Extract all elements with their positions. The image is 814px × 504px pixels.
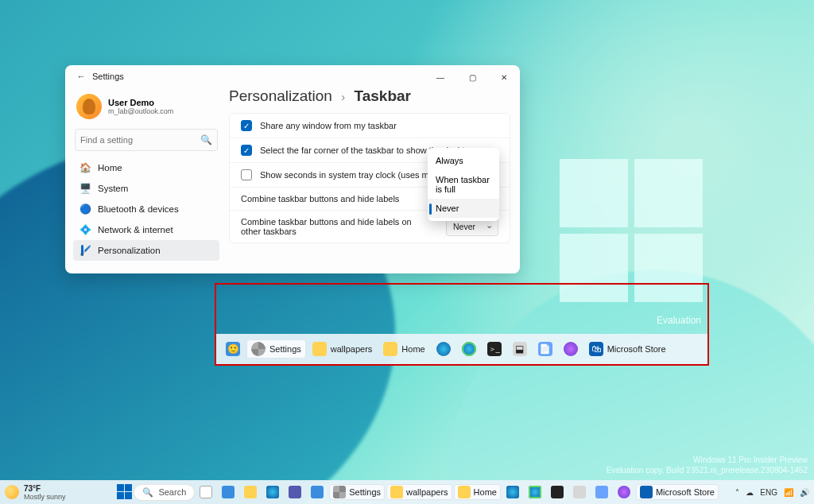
back-button[interactable]: ← [73,72,89,81]
gear-icon [251,342,266,356]
chevron-up-icon[interactable]: ˄ [735,488,739,497]
account-row[interactable]: User Demo m_lab@outlook.com [73,91,219,127]
bluetooth-icon: 🔵 [79,204,91,215]
checkbox-corner[interactable]: ✓ [241,145,252,156]
tb-devhome[interactable] [569,484,590,500]
edge-icon [506,486,519,498]
preview-edge[interactable] [432,339,455,359]
weather-icon [5,485,19,499]
minimize-button[interactable]: ― [424,65,456,89]
nav-system[interactable]: 🖥️System [73,178,219,199]
tb-home[interactable]: Home [454,484,501,500]
nav-personalization[interactable]: 🖌️Personalization [73,240,219,261]
tb-edge-canary[interactable] [525,484,545,500]
search-input[interactable] [80,135,200,145]
clipchamp-icon [564,342,578,356]
nav-network[interactable]: 💠Network & internet [73,219,219,240]
copilot-icon [222,486,235,498]
devhome-icon [573,486,586,498]
system-icon: 🖥️ [79,183,91,194]
tb-explorer[interactable] [240,484,261,500]
brush-icon: 🖌️ [79,245,91,256]
taskbar: 73°F Mostly sunny 🔍Search Settings wallp… [0,480,814,504]
volume-icon[interactable]: 🔊 [800,488,809,497]
preview-wallpapers[interactable]: wallpapers [308,339,378,359]
system-tray[interactable]: ˄ ☁ ENG 📶 🔊 [735,488,809,497]
preview-settings[interactable]: Settings [246,339,306,359]
preview-store[interactable]: 🛍Microsoft Store [584,339,671,359]
folder-icon [458,486,471,498]
terminal-icon: ＞_ [487,342,502,356]
folder-icon [383,342,397,356]
user-name: User Demo [108,98,173,107]
combine-dropdown-menu: Always When taskbar is full Never [428,148,499,221]
row-share-window[interactable]: ✓ Share any window from my taskbar [230,114,510,138]
task-view-button[interactable] [196,484,216,500]
tb-terminal[interactable] [547,484,568,500]
checkbox-seconds[interactable] [241,169,252,180]
taskview-icon [200,486,212,498]
maximize-button[interactable]: ▢ [456,65,488,89]
edge-canary-icon [529,486,541,498]
nav-bluetooth[interactable]: 🔵Bluetooth & devices [73,199,219,219]
network-icon: 💠 [79,224,91,235]
search-icon: 🔍 [200,134,212,145]
windows-logo-icon [560,159,703,302]
preview-copilot[interactable]: 🙂 [221,339,245,359]
dropdown-option-always[interactable]: Always [428,151,499,170]
breadcrumb: Personalization › Taskbar [229,87,510,105]
tb-clipchamp[interactable] [614,484,634,500]
onedrive-icon[interactable]: ☁ [746,488,754,497]
tb-copilot[interactable] [218,484,238,500]
terminal-icon [551,486,564,498]
tb-notepad[interactable] [591,484,612,500]
breadcrumb-current: Taskbar [354,87,410,104]
preview-devhome[interactable]: ⬓ [508,339,532,359]
tb-store[interactable]: Microsoft Store [636,484,719,500]
settings-search[interactable]: 🔍 [75,129,218,151]
preview-clipchamp[interactable] [559,339,583,359]
notepad-icon [595,486,608,498]
teams-icon [289,486,301,498]
devhome-icon: ⬓ [513,342,527,356]
settings-window: ← Settings ― ▢ ✕ User Demo m_lab@outlook… [65,65,520,273]
store-icon: 🛍 [589,342,603,356]
search-icon: 🔍 [142,487,153,498]
preview-terminal[interactable]: ＞_ [483,339,506,359]
weather-widget[interactable]: 73°F Mostly sunny [24,484,66,501]
folder-icon [312,342,327,356]
dropdown-option-never[interactable]: Never [428,199,499,218]
preview-notepad[interactable]: 📄 [533,339,557,359]
tb-settings[interactable]: Settings [329,484,385,500]
start-button[interactable] [117,484,133,500]
preview-home[interactable]: Home [378,339,429,359]
taskbar-search[interactable]: 🔍Search [134,485,194,500]
tb-edge[interactable] [262,484,283,500]
folder-icon [390,486,403,498]
close-button[interactable]: ✕ [488,65,520,89]
store-icon [640,486,653,498]
copilot-icon [311,486,324,498]
lang-indicator[interactable]: ENG [760,488,777,497]
folder-icon [244,486,257,498]
wifi-icon[interactable]: 📶 [784,488,793,497]
clipchamp-icon [618,486,630,498]
user-email: m_lab@outlook.com [108,107,173,115]
edge-icon [266,486,279,498]
dropdown-option-whenfull[interactable]: When taskbar is full [428,170,499,199]
tb-copilot2[interactable] [307,484,328,500]
app-title: Settings [92,72,124,81]
breadcrumb-parent[interactable]: Personalization [229,87,332,104]
nav-home[interactable]: 🏠Home [73,157,219,178]
tb-edge2[interactable] [502,484,523,500]
tb-teams[interactable] [285,484,305,500]
avatar [76,94,102,119]
edge-canary-icon [462,342,476,356]
preview-edge-canary[interactable] [457,339,481,359]
gear-icon [333,486,346,498]
annotation-box: Evaluation 🙂 Settings wallpapers Home ＞_… [215,283,709,366]
evaluation-caption: Evaluation [657,315,701,326]
edge-icon [436,342,451,356]
tb-wallpapers[interactable]: wallpapers [386,484,452,500]
checkbox-share[interactable]: ✓ [241,120,252,131]
